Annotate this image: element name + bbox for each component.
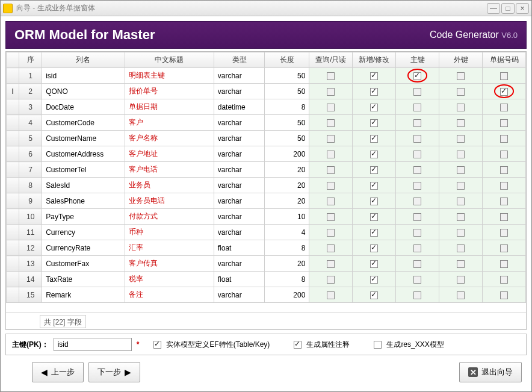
cell-query[interactable] xyxy=(309,193,353,209)
cell-len[interactable]: 20 xyxy=(265,162,309,178)
grid-checkbox[interactable] xyxy=(370,135,378,143)
cell-cn[interactable]: 客户 xyxy=(125,115,214,131)
grid-checkbox[interactable] xyxy=(413,119,421,127)
grid-checkbox[interactable] xyxy=(457,151,465,158)
cell-type[interactable]: varchar xyxy=(214,146,265,162)
cell-type[interactable]: varchar xyxy=(214,68,265,84)
grid-checkbox[interactable] xyxy=(500,151,508,158)
grid-checkbox[interactable] xyxy=(457,229,465,237)
grid-checkbox[interactable] xyxy=(413,260,421,268)
table-row[interactable]: 5CustomerName客户名称varchar50 xyxy=(7,131,526,146)
cell-name[interactable]: CustomerTel xyxy=(42,162,125,178)
grid-checkbox[interactable] xyxy=(413,104,421,111)
grid-checkbox[interactable] xyxy=(500,182,508,190)
cell-fk[interactable] xyxy=(439,193,483,209)
cell-query[interactable] xyxy=(309,256,353,272)
cell-query[interactable] xyxy=(309,209,353,225)
grid-checkbox[interactable] xyxy=(370,166,378,174)
cell-fk[interactable] xyxy=(439,162,483,178)
cell-pk[interactable] xyxy=(396,193,439,209)
table-row[interactable]: 12CurrencyRate汇率float8 xyxy=(7,240,526,256)
grid-checkbox[interactable] xyxy=(413,151,421,158)
cell-name[interactable]: SalesPhone xyxy=(42,193,125,209)
cell-name[interactable]: CustomerName xyxy=(42,131,125,146)
cell-insert[interactable] xyxy=(353,146,396,162)
columns-table[interactable]: 序 列名 中文标题 类型 长度 查询/只读 新增/修改 主键 外键 单据号码 1… xyxy=(6,52,526,303)
cell-len[interactable]: 8 xyxy=(265,99,309,115)
grid-checkbox[interactable] xyxy=(327,213,335,221)
cell-cn[interactable]: 付款方式 xyxy=(125,209,214,225)
grid-checkbox[interactable] xyxy=(500,260,508,268)
table-row[interactable]: 14TaxRate税率float8 xyxy=(7,272,526,287)
cell-docno[interactable] xyxy=(483,240,526,256)
cell-type[interactable]: varchar xyxy=(214,209,265,225)
cell-fk[interactable] xyxy=(439,146,483,162)
grid-checkbox[interactable] xyxy=(370,104,378,111)
col-type[interactable]: 类型 xyxy=(214,52,265,68)
table-row[interactable]: 13CustomerFax客户传真varchar20 xyxy=(7,256,526,272)
grid-checkbox[interactable] xyxy=(413,291,421,299)
cell-len[interactable]: 20 xyxy=(265,193,309,209)
cell-docno[interactable] xyxy=(483,193,526,209)
maximize-button[interactable]: □ xyxy=(501,3,515,14)
cell-fk[interactable] xyxy=(439,178,483,193)
cell-len[interactable]: 50 xyxy=(265,84,309,99)
grid-checkbox[interactable] xyxy=(500,135,508,143)
cell-type[interactable]: varchar xyxy=(214,256,265,272)
cell-cn[interactable]: 业务员电话 xyxy=(125,193,214,209)
grid-checkbox[interactable] xyxy=(370,198,378,205)
cell-len[interactable]: 20 xyxy=(265,256,309,272)
cell-docno[interactable] xyxy=(483,256,526,272)
grid-checkbox[interactable] xyxy=(370,72,378,80)
grid-checkbox[interactable] xyxy=(500,88,508,96)
grid-checkbox[interactable] xyxy=(413,88,421,96)
grid-checkbox[interactable] xyxy=(457,166,465,174)
grid-checkbox[interactable] xyxy=(370,151,378,158)
close-button[interactable]: × xyxy=(516,3,529,14)
cell-query[interactable] xyxy=(309,99,353,115)
exit-button[interactable]: ✕ 退出向导 xyxy=(459,362,522,382)
cell-insert[interactable] xyxy=(353,272,396,287)
cell-fk[interactable] xyxy=(439,256,483,272)
prev-button[interactable]: ◀ 上一步 xyxy=(32,362,84,382)
table-row[interactable]: I2QONO报价单号varchar50 xyxy=(7,84,526,99)
cell-len[interactable]: 50 xyxy=(265,68,309,84)
cell-query[interactable] xyxy=(309,115,353,131)
cell-insert[interactable] xyxy=(353,287,396,303)
grid-checkbox[interactable] xyxy=(457,182,465,190)
grid-checkbox[interactable] xyxy=(457,276,465,284)
cell-pk[interactable] xyxy=(396,240,439,256)
cell-name[interactable]: PayType xyxy=(42,209,125,225)
cell-cn[interactable]: 客户电话 xyxy=(125,162,214,178)
grid-checkbox[interactable] xyxy=(413,198,421,205)
grid-checkbox[interactable] xyxy=(457,104,465,111)
grid-checkbox[interactable] xyxy=(413,72,421,80)
cell-name[interactable]: TaxRate xyxy=(42,272,125,287)
grid-checkbox[interactable] xyxy=(327,291,335,299)
cell-fk[interactable] xyxy=(439,84,483,99)
opt-ef-attr-checkbox[interactable] xyxy=(153,341,161,349)
cell-pk[interactable] xyxy=(396,131,439,146)
col-query[interactable]: 查询/只读 xyxy=(309,52,353,68)
cell-insert[interactable] xyxy=(353,178,396,193)
grid-checkbox[interactable] xyxy=(457,119,465,127)
table-row[interactable]: 9SalesPhone业务员电话varchar20 xyxy=(7,193,526,209)
cell-docno[interactable] xyxy=(483,272,526,287)
opt-prop-comment-checkbox[interactable] xyxy=(294,341,302,349)
grid-checkbox[interactable] xyxy=(457,72,465,80)
grid-checkbox[interactable] xyxy=(457,88,465,96)
col-fk[interactable]: 外键 xyxy=(439,52,483,68)
cell-pk[interactable] xyxy=(396,225,439,240)
cell-insert[interactable] xyxy=(353,209,396,225)
cell-name[interactable]: CustomerAddress xyxy=(42,146,125,162)
cell-fk[interactable] xyxy=(439,225,483,240)
cell-name[interactable]: QONO xyxy=(42,84,125,99)
grid-checkbox[interactable] xyxy=(370,182,378,190)
cell-docno[interactable] xyxy=(483,162,526,178)
grid-checkbox[interactable] xyxy=(370,260,378,268)
cell-cn[interactable]: 业务员 xyxy=(125,178,214,193)
grid-checkbox[interactable] xyxy=(500,119,508,127)
cell-len[interactable]: 50 xyxy=(265,131,309,146)
cell-docno[interactable] xyxy=(483,225,526,240)
table-row[interactable]: 10PayType付款方式varchar10 xyxy=(7,209,526,225)
